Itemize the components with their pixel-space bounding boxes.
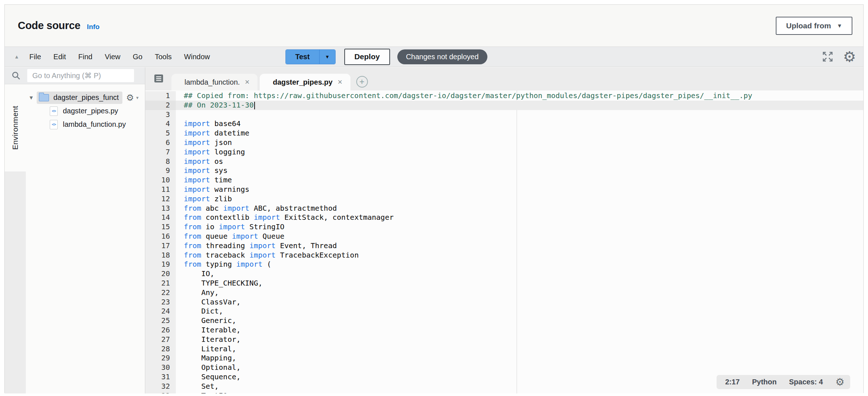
menu-item-find[interactable]: Find — [78, 53, 93, 61]
tree-file-lambda-function-py[interactable]: <>lambda_function.py — [26, 118, 145, 131]
environment-tab[interactable]: Environment — [5, 84, 26, 171]
line-number: 7 — [145, 148, 176, 157]
folder-name: dagster_pipes_funct — [53, 93, 119, 102]
line-content: Iterator, — [176, 335, 863, 344]
chevron-down-icon: ▼ — [837, 23, 842, 29]
page-title: Code source — [18, 20, 80, 32]
line-content: import logging — [176, 148, 863, 157]
deploy-button[interactable]: Deploy — [344, 49, 390, 65]
line-content: Mapping, — [176, 353, 863, 363]
tree-file-dagster-pipes-py[interactable]: <>dagster_pipes.py — [26, 104, 145, 118]
line-number: 22 — [145, 288, 176, 298]
close-icon[interactable]: × — [338, 77, 342, 87]
info-link[interactable]: Info — [87, 23, 100, 31]
line-content: Optional, — [176, 363, 863, 372]
menubar-right-icons: ⚙ — [822, 49, 856, 64]
line-number: 29 — [145, 353, 176, 363]
line-number: 32 — [145, 382, 176, 391]
upload-from-button[interactable]: Upload from ▼ — [776, 17, 852, 35]
menu-item-window[interactable]: Window — [184, 53, 210, 61]
line-number: 3 — [145, 110, 176, 120]
code-line: 8import os — [145, 157, 863, 166]
search-icon — [11, 71, 21, 80]
code-line: 6import json — [145, 138, 863, 148]
spaces-setting[interactable]: Spaces: 4 — [789, 378, 823, 386]
open-files-list-icon[interactable] — [153, 73, 164, 84]
line-number: 11 — [145, 185, 176, 194]
line-number: 12 — [145, 194, 176, 204]
caret-down-icon[interactable]: ▼ — [26, 94, 37, 101]
line-number: 4 — [145, 119, 176, 129]
sidebar: Environment ▼ dagster_pipes_funct ⚙▼ <>d… — [5, 67, 145, 393]
tree-folder-row[interactable]: ▼ dagster_pipes_funct ⚙▼ — [26, 91, 145, 104]
line-number: 13 — [145, 204, 176, 213]
code-line: 24 Dict, — [145, 307, 863, 316]
line-number: 26 — [145, 326, 176, 335]
code-line: 16from queue import Queue — [145, 232, 863, 241]
line-content: TYPE_CHECKING, — [176, 279, 863, 288]
search-row — [5, 67, 145, 84]
tree-file-list: <>dagster_pipes.py<>lambda_function.py — [26, 104, 145, 131]
code-editor[interactable]: 1## Copied from: https://raw.githubuserc… — [145, 90, 863, 393]
line-number: 6 — [145, 138, 176, 148]
menu-item-file[interactable]: File — [29, 53, 41, 61]
code-line: 23 ClassVar, — [145, 298, 863, 307]
test-dropdown-button[interactable]: ▼ — [319, 50, 335, 64]
folder-icon — [39, 94, 49, 101]
settings-gear-icon[interactable]: ⚙ — [843, 49, 856, 64]
code-line: 30 Optional, — [145, 363, 863, 372]
folder-settings-gear-icon[interactable]: ⚙▼ — [126, 93, 139, 103]
line-content: ## On 2023-11-30 — [176, 101, 863, 110]
test-button[interactable]: Test — [286, 50, 319, 64]
line-content: from abc import ABC, abstractmethod — [176, 204, 863, 213]
code-line: 3 — [145, 110, 863, 120]
collapse-panel-icon[interactable]: ▲ — [14, 54, 19, 60]
tab-dagster-pipes[interactable]: dagster_pipes.py × — [260, 74, 350, 90]
python-file-icon: <> — [50, 106, 58, 116]
code-line: 28 Literal, — [145, 344, 863, 354]
line-content: import base64 — [176, 119, 863, 129]
goto-anything-input[interactable] — [27, 69, 134, 82]
file-tree: ▼ dagster_pipes_funct ⚙▼ <>dagster_pipes… — [26, 84, 145, 393]
menu-item-tools[interactable]: Tools — [155, 53, 172, 61]
editor-settings-gear-icon[interactable]: ⚙ — [835, 377, 844, 387]
code-line: 9import sys — [145, 166, 863, 175]
tab-bar: lambda_function. × dagster_pipes.py × + — [145, 67, 863, 90]
menu-item-go[interactable]: Go — [133, 53, 142, 61]
code-source-header: Code source Info Upload from ▼ — [5, 5, 863, 47]
code-line: 17from threading import Event, Thread — [145, 241, 863, 251]
code-line: 25 Generic, — [145, 316, 863, 326]
line-number: 16 — [145, 232, 176, 241]
line-content: Literal, — [176, 344, 863, 354]
line-number: 5 — [145, 129, 176, 138]
close-icon[interactable]: × — [245, 77, 250, 87]
fullscreen-icon[interactable] — [822, 51, 833, 62]
line-content: import datetime — [176, 129, 863, 138]
line-content: Iterable, — [176, 326, 863, 335]
cursor-position[interactable]: 2:17 — [725, 378, 740, 386]
code-line: 1## Copied from: https://raw.githubuserc… — [145, 91, 863, 101]
line-content: Dict, — [176, 307, 863, 316]
editor-status-bar: 2:17 Python Spaces: 4 ⚙ — [717, 375, 850, 389]
text-cursor — [254, 102, 255, 109]
line-number: 8 — [145, 157, 176, 166]
deploy-status-badge: Changes not deployed — [397, 49, 487, 64]
line-number: 10 — [145, 175, 176, 185]
line-number: 18 — [145, 251, 176, 260]
line-content: import time — [176, 175, 863, 185]
menu-item-edit[interactable]: Edit — [53, 53, 66, 61]
menu-item-view[interactable]: View — [105, 53, 120, 61]
chevron-down-icon: ▼ — [135, 96, 139, 100]
line-content: import json — [176, 138, 863, 148]
new-tab-button[interactable]: + — [356, 76, 368, 88]
line-number: 9 — [145, 166, 176, 175]
tab-label: lambda_function. — [184, 78, 240, 86]
line-number: 19 — [145, 260, 176, 269]
language-mode[interactable]: Python — [752, 378, 777, 386]
line-content: import sys — [176, 166, 863, 175]
code-line: 10import time — [145, 175, 863, 185]
line-content: from io import StringIO — [176, 222, 863, 232]
code-line: 4import base64 — [145, 119, 863, 129]
selected-folder[interactable]: dagster_pipes_funct — [37, 92, 122, 104]
tab-lambda-function[interactable]: lambda_function. × — [171, 74, 257, 90]
